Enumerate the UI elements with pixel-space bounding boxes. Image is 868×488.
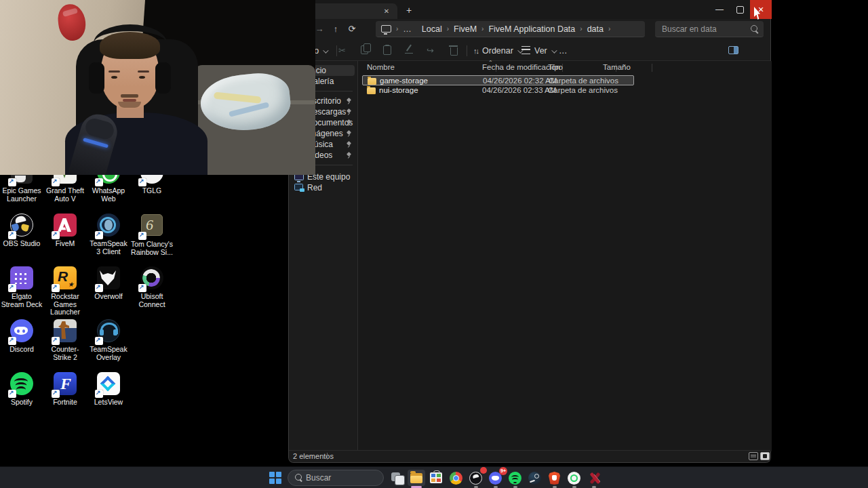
- taskbar-chrome[interactable]: [448, 470, 465, 486]
- beard: [118, 102, 141, 108]
- share-icon[interactable]: ↪: [427, 45, 437, 56]
- shortcut-arrow-icon: [138, 232, 146, 240]
- shortcut-arrow-icon: [95, 178, 103, 186]
- desktop-icon-counter-strike-2[interactable]: Counter-Strike 2: [43, 319, 87, 361]
- toolbar-divider: [336, 45, 337, 56]
- search-icon: [295, 474, 302, 481]
- desktop-icon-elgato-stream-deck[interactable]: Elgato Stream Deck: [0, 266, 43, 308]
- desktop-icon-fortnite[interactable]: F Fortnite: [43, 371, 87, 407]
- taskbar-red-x-app[interactable]: [585, 470, 603, 486]
- desktop-icon-label: TeamSpeak 3 Client: [87, 240, 130, 256]
- desktop-icon-obs-studio[interactable]: OBS Studio: [0, 213, 43, 248]
- column-header-size[interactable]: Tamaño: [603, 63, 631, 71]
- title-bar: ✕ + — ✕: [289, 0, 770, 19]
- breadcrumb-item-data[interactable]: data: [587, 24, 604, 34]
- shortcut-arrow-icon: [52, 284, 60, 292]
- column-header-row: ⌃ Nombre Fecha de modificación Tipo Tama…: [358, 62, 772, 74]
- address-bar[interactable]: › … Local › FiveM › FiveM Application Da…: [376, 21, 645, 37]
- breadcrumb-item-fivem-app-data[interactable]: FiveM Application Data: [488, 24, 575, 34]
- desktop-icon-teamspeak3[interactable]: TeamSpeak 3 Client: [87, 213, 130, 256]
- desktop-icon-rockstar-launcher[interactable]: R★ Rockstar Games Launcher: [43, 266, 87, 317]
- desktop-icon-label: Ubisoft Connect: [130, 293, 174, 308]
- desktop-icon-ubisoft-connect[interactable]: Ubisoft Connect: [130, 266, 174, 308]
- delete-icon[interactable]: [449, 45, 460, 56]
- desktop-icon-label: LetsView: [87, 399, 130, 407]
- breadcrumb-overflow[interactable]: …: [403, 24, 412, 34]
- file-row-nui-storage[interactable]: nui-storage 04/26/2026 02:33 AM Carpeta …: [362, 85, 634, 96]
- minimize-button[interactable]: —: [709, 0, 730, 19]
- taskbar-search[interactable]: Buscar: [288, 470, 384, 486]
- more-options-button[interactable]: …: [559, 41, 568, 61]
- desktop-icon-rainbow-six[interactable]: 6 Tom Clancy's Rainbow Si...: [130, 213, 174, 256]
- headphone-cup-right: [155, 62, 171, 94]
- sidebar-item-red[interactable]: Red: [292, 182, 355, 193]
- icons-view-button[interactable]: [760, 452, 770, 460]
- breadcrumb-separator: ›: [477, 25, 488, 33]
- shortcut-arrow-icon: [52, 178, 60, 186]
- mustache: [121, 94, 138, 98]
- taskbar-brave[interactable]: [546, 470, 564, 486]
- desktop-icon-fivem[interactable]: FiveM: [43, 213, 87, 248]
- desktop-icon-overwolf[interactable]: Overwolf: [87, 266, 130, 301]
- taskbar-microsoft-store[interactable]: [427, 470, 445, 486]
- desktop-icon-discord[interactable]: Discord: [0, 319, 43, 354]
- desktop-icon-spotify[interactable]: Spotify: [0, 371, 43, 407]
- column-header-type[interactable]: Tipo: [548, 63, 563, 71]
- file-row-game-storage[interactable]: game-storage 04/26/2026 02:32 AM Carpeta…: [362, 75, 634, 85]
- copy-icon[interactable]: [361, 45, 372, 56]
- shortcut-arrow-icon: [8, 231, 16, 239]
- close-button[interactable]: ✕: [750, 0, 772, 19]
- search-icon: [751, 25, 757, 32]
- start-button[interactable]: [269, 472, 281, 484]
- refresh-button[interactable]: ⟳: [344, 22, 359, 37]
- desktop-icon-label: Counter-Strike 2: [43, 346, 87, 361]
- breadcrumb-item-fivem[interactable]: FiveM: [454, 24, 477, 34]
- shortcut-arrow-icon: [52, 337, 60, 345]
- search-input[interactable]: Buscar en data: [655, 21, 764, 37]
- paste-icon[interactable]: [383, 45, 394, 56]
- taskbar-spotify[interactable]: [507, 470, 524, 486]
- up-button[interactable]: ↑: [328, 22, 343, 37]
- maximize-button[interactable]: [730, 0, 750, 19]
- shortcut-arrow-icon: [8, 284, 16, 292]
- shortcut-arrow-icon: [138, 178, 146, 186]
- file-name: nui-storage: [379, 86, 418, 94]
- tab-close-icon[interactable]: ✕: [381, 6, 392, 17]
- shortcut-arrow-icon: [138, 284, 146, 292]
- headphone-cup-left: [89, 62, 104, 94]
- details-view-button[interactable]: [749, 452, 758, 460]
- file-date: 04/26/2026 02:33 AM: [482, 86, 556, 94]
- recording-badge: [480, 467, 487, 474]
- task-view-button[interactable]: [389, 470, 407, 486]
- taskbar-file-explorer[interactable]: [408, 470, 425, 486]
- file-type: Carpeta de archivos: [548, 86, 618, 94]
- rename-icon[interactable]: [405, 45, 416, 56]
- explorer-tab[interactable]: ✕: [302, 3, 397, 19]
- this-pc-icon: [381, 25, 391, 33]
- folder-icon: [368, 78, 376, 85]
- taskbar-discord[interactable]: 9+: [487, 470, 505, 486]
- taskbar-obs[interactable]: [467, 470, 485, 486]
- cut-icon[interactable]: ✂: [338, 45, 349, 56]
- pin-icon: [347, 142, 352, 147]
- desktop-icon-teamspeak-overlay[interactable]: TeamSpeak Overlay: [87, 319, 130, 361]
- breadcrumb-item-local[interactable]: Local: [422, 24, 442, 34]
- column-divider[interactable]: [652, 64, 652, 72]
- details-pane-button[interactable]: Detalles: [728, 41, 770, 61]
- view-button[interactable]: Ver: [521, 41, 555, 61]
- file-explorer-window: ✕ + — ✕ → ↑ ⟳ › … Local › FiveM › FiveM …: [288, 0, 771, 463]
- chevron-down-icon: [551, 47, 557, 53]
- pin-icon: [347, 109, 352, 115]
- desktop-icon-label: Tom Clancy's Rainbow Si...: [130, 241, 174, 256]
- desktop-icon-label: Spotify: [0, 399, 43, 407]
- pin-icon: [347, 98, 352, 104]
- column-header-name[interactable]: Nombre: [367, 63, 395, 71]
- pin-icon: [347, 120, 352, 125]
- taskbar-steam[interactable]: [526, 470, 544, 486]
- shortcut-arrow-icon: [95, 337, 103, 345]
- sort-button[interactable]: ↑↓Ordenar: [473, 41, 521, 61]
- desktop-icon-letsview[interactable]: LetsView: [87, 371, 130, 407]
- taskbar-whatsapp[interactable]: [566, 470, 583, 486]
- new-tab-button[interactable]: +: [403, 5, 415, 17]
- eye: [111, 76, 117, 79]
